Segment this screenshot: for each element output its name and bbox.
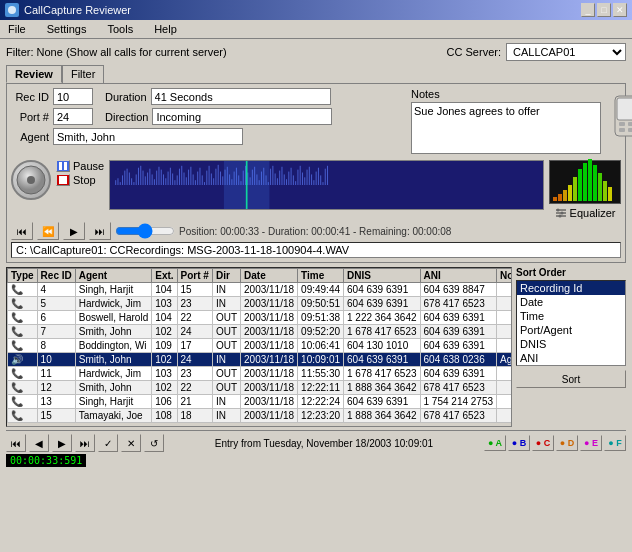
cell-ext: 104 — [152, 283, 177, 297]
col-type[interactable]: Type — [8, 269, 38, 283]
cell-dir: OUT — [212, 325, 240, 339]
cell-ani: 604 639 6391 — [420, 367, 497, 381]
port-label: Port # — [11, 111, 49, 123]
cell-rec-id: 12 — [37, 381, 75, 395]
notes-textarea[interactable]: Sue Jones agrees to offer — [411, 102, 601, 154]
rewind-button[interactable]: ⏪ — [37, 222, 59, 240]
tab-filter[interactable]: Filter — [62, 65, 104, 83]
nav-last-button[interactable]: ⏭ — [75, 434, 95, 452]
cell-ani: 604 639 6391 — [420, 339, 497, 353]
svg-rect-13 — [59, 176, 67, 184]
cell-dir: IN — [212, 395, 240, 409]
svg-point-114 — [556, 209, 559, 212]
col-date[interactable]: Date — [241, 269, 298, 283]
pause-button[interactable]: Pause — [56, 160, 104, 172]
col-dnis[interactable]: DNIS — [344, 269, 421, 283]
minimize-button[interactable]: _ — [581, 3, 595, 17]
cell-notes — [497, 283, 512, 297]
cell-dir: OUT — [212, 367, 240, 381]
col-agent[interactable]: Agent — [75, 269, 151, 283]
sort-item-ani[interactable]: ANI — [517, 351, 625, 365]
table-row[interactable]: 📞12Smith, John10222OUT2003/11/1812:22:11… — [8, 381, 513, 395]
cell-port: 22 — [177, 311, 212, 325]
menu-help[interactable]: Help — [151, 22, 180, 36]
cell-ext: 106 — [152, 395, 177, 409]
port-input[interactable] — [53, 108, 93, 125]
menu-settings[interactable]: Settings — [44, 22, 90, 36]
skip-forward-button[interactable]: ⏭ — [89, 222, 111, 240]
delete-button[interactable]: ✕ — [121, 434, 141, 452]
sort-item-recording-id[interactable]: Recording Id — [517, 281, 625, 295]
sort-item-port-agent[interactable]: Port/Agent — [517, 323, 625, 337]
col-ani[interactable]: ANI — [420, 269, 497, 283]
cell-notes — [497, 297, 512, 311]
calls-table-scroll[interactable]: Type Rec ID Agent Ext. Port # Dir Date T… — [6, 267, 512, 427]
menu-tools[interactable]: Tools — [104, 22, 136, 36]
table-row[interactable]: 📞6Boswell, Harold10422OUT2003/11/1809:51… — [8, 311, 513, 325]
cell-ext: 109 — [152, 339, 177, 353]
cell-agent: Tamayaki, Joe — [75, 409, 151, 423]
table-section: Type Rec ID Agent Ext. Port # Dir Date T… — [6, 267, 626, 427]
col-rec-id[interactable]: Rec ID — [37, 269, 75, 283]
nav-prev-button[interactable]: ◀ — [29, 434, 49, 452]
skip-back-button[interactable]: ⏮ — [11, 222, 33, 240]
cell-notes — [497, 325, 512, 339]
cell-type: 📞 — [8, 311, 38, 325]
rec-id-input[interactable] — [53, 88, 93, 105]
sort-item-dnis[interactable]: DNIS — [517, 337, 625, 351]
color-d-button[interactable]: ● D — [556, 435, 578, 451]
cell-ext: 103 — [152, 297, 177, 311]
direction-input[interactable] — [152, 108, 332, 125]
sort-item-time[interactable]: Time — [517, 309, 625, 323]
color-c-button[interactable]: ● C — [532, 435, 554, 451]
maximize-button[interactable]: □ — [597, 3, 611, 17]
table-row[interactable]: 🔊10Smith, John10224IN2003/11/1810:09:016… — [8, 353, 513, 367]
table-row[interactable]: 📞4Singh, Harjit10415IN2003/11/1809:49:44… — [8, 283, 513, 297]
play-button[interactable]: ▶ — [63, 222, 85, 240]
nav-play-button[interactable]: ▶ — [52, 434, 72, 452]
table-row[interactable]: 📞5Hardwick, Jim10323IN2003/11/1809:50:51… — [8, 297, 513, 311]
color-b-button[interactable]: ● B — [508, 435, 530, 451]
cell-ani: 678 417 6523 — [420, 381, 497, 395]
table-row[interactable]: 📞7Smith, John10224OUT2003/11/1809:52:201… — [8, 325, 513, 339]
cell-type: 📞 — [8, 395, 38, 409]
cell-agent: Boswell, Harold — [75, 311, 151, 325]
cell-date: 2003/11/18 — [241, 283, 298, 297]
col-dir[interactable]: Dir — [212, 269, 240, 283]
table-row[interactable]: 📞15Tamayaki, Joe10818IN2003/11/1812:23:2… — [8, 409, 513, 423]
cell-time: 09:49:44 — [298, 283, 344, 297]
col-port[interactable]: Port # — [177, 269, 212, 283]
nav-first-button[interactable]: ⏮ — [6, 434, 26, 452]
duration-input[interactable] — [151, 88, 331, 105]
col-time[interactable]: Time — [298, 269, 344, 283]
close-button[interactable]: ✕ — [613, 3, 627, 17]
color-e-button[interactable]: ● E — [580, 435, 602, 451]
cell-date: 2003/11/18 — [241, 353, 298, 367]
cell-time: 12:23:20 — [298, 409, 344, 423]
check-button[interactable]: ✓ — [98, 434, 118, 452]
svg-rect-3 — [619, 122, 625, 126]
agent-input[interactable] — [53, 128, 243, 145]
col-notes[interactable]: Notes ▲ — [497, 269, 512, 283]
tab-bar: Review Filter — [6, 65, 626, 83]
menu-file[interactable]: File — [5, 22, 29, 36]
table-row[interactable]: 📞13Singh, Harjit10621IN2003/11/1812:22:2… — [8, 395, 513, 409]
color-a-button[interactable]: ● A — [484, 435, 506, 451]
table-row[interactable]: 📞8Boddington, Wi10917OUT2003/11/1810:06:… — [8, 339, 513, 353]
table-row[interactable]: 📞11Hardwick, Jim10323OUT2003/11/1811:55:… — [8, 367, 513, 381]
cell-date: 2003/11/18 — [241, 395, 298, 409]
stop-button[interactable]: Stop — [56, 174, 104, 186]
refresh-button[interactable]: ↺ — [144, 434, 164, 452]
tab-content: Rec ID Duration Port # Direction Agent — [6, 83, 626, 263]
cell-port: 21 — [177, 395, 212, 409]
cell-dnis: 604 639 6391 — [344, 297, 421, 311]
volume-slider[interactable] — [115, 224, 175, 238]
tab-review[interactable]: Review — [6, 65, 62, 83]
sort-item-date[interactable]: Date — [517, 295, 625, 309]
sort-button[interactable]: Sort — [516, 370, 626, 388]
cell-ext: 102 — [152, 325, 177, 339]
stop-icon — [56, 174, 70, 186]
color-f-button[interactable]: ● F — [604, 435, 626, 451]
cc-server-select[interactable]: CALLCAP01 — [506, 43, 626, 61]
col-ext[interactable]: Ext. — [152, 269, 177, 283]
